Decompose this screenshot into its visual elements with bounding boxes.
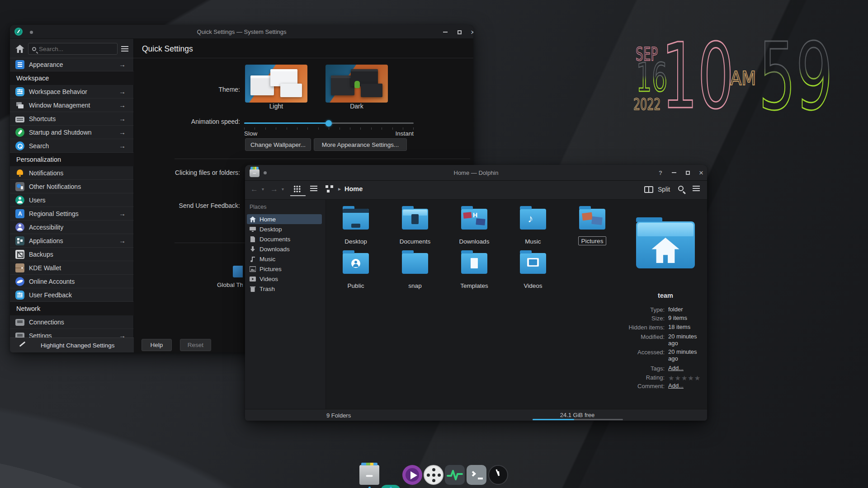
folder-label-focused[interactable]: Pictures (567, 238, 617, 244)
list-view-button[interactable] (310, 186, 317, 192)
theme-dark-thumbnail[interactable] (326, 65, 388, 103)
place-music[interactable]: Music (247, 254, 322, 264)
breadcrumb[interactable]: Home (344, 185, 363, 192)
slider-handle[interactable] (326, 120, 332, 127)
folder-label[interactable]: Templates (449, 282, 499, 289)
minimize-button[interactable] (669, 168, 679, 177)
download-icon (250, 246, 256, 252)
trash-icon (250, 286, 256, 292)
sidebar-item-shortcuts[interactable]: Shortcuts→ (10, 112, 134, 126)
sidebar-item-startup-shutdown[interactable]: Startup and Shutdown→ (10, 126, 134, 139)
folder-icon-snap[interactable] (402, 253, 428, 274)
folder-icon-desktop[interactable] (343, 209, 369, 230)
sidebar-item-user-feedback[interactable]: User Feedback (10, 288, 134, 302)
folder-label[interactable]: Documents (390, 238, 440, 245)
icons-view-button[interactable] (293, 185, 301, 192)
sidebar-item-search[interactable]: Search→ (10, 139, 134, 153)
chevron-right-icon: → (119, 237, 126, 244)
place-documents[interactable]: Documents (247, 234, 322, 244)
settings-search-box[interactable] (28, 43, 118, 55)
split-button[interactable]: Split (658, 186, 670, 193)
animation-speed-slider[interactable] (244, 120, 414, 127)
selected-item-name: team (624, 292, 707, 299)
theme-light-thumbnail[interactable] (245, 65, 307, 103)
folder-view[interactable]: Desktop Documents H Downloads ♪ Music Pi… (326, 200, 624, 409)
sidebar-item-accessibility[interactable]: Accessibility (10, 221, 134, 234)
sidebar-item-appearance[interactable]: Appearance→ (10, 58, 134, 71)
add-tags-link[interactable]: Add... (668, 365, 703, 372)
sidebar-item-backups[interactable]: Backups (10, 248, 134, 261)
maximize-button[interactable] (683, 168, 693, 177)
info-row-rating: Rating:★★★★★ (627, 374, 707, 382)
folder-label[interactable]: Desktop (331, 238, 381, 245)
desktop-icon (250, 226, 256, 232)
sidebar-item-connections[interactable]: Connections (10, 315, 134, 329)
add-comment-link[interactable]: Add... (668, 383, 703, 389)
sidebar-item-applications[interactable]: Applications→ (10, 234, 134, 248)
dolphin-titlebar[interactable]: Home — Dolphin ? × (245, 165, 707, 181)
dock-terminal-icon[interactable] (467, 465, 486, 485)
tree-view-button[interactable] (326, 185, 333, 192)
highlight-changed-settings-button[interactable]: Highlight Changed Settings (10, 338, 134, 352)
folder-icon-videos[interactable] (520, 253, 546, 274)
folder-icon-downloads[interactable]: H (461, 209, 487, 230)
forward-dropdown-icon[interactable]: ▾ (282, 187, 284, 192)
settings-titlebar[interactable]: Quick Settings — System Settings × (10, 25, 473, 39)
hamburger-menu-icon[interactable] (693, 186, 700, 191)
folder-label[interactable]: Public (331, 282, 381, 289)
close-button[interactable]: × (468, 28, 473, 37)
change-wallpaper-button[interactable]: Change Wallpaper... (245, 138, 311, 151)
split-icon[interactable] (644, 186, 653, 193)
place-home[interactable]: Home (247, 214, 322, 224)
rating-stars[interactable]: ★★★★★ (668, 374, 707, 382)
sidebar-item-kde-wallet[interactable]: KDE Wallet (10, 261, 134, 275)
minimize-button[interactable] (440, 28, 450, 37)
close-button[interactable]: × (696, 168, 706, 177)
forward-icon[interactable]: → (270, 185, 278, 194)
settings-search-input[interactable] (39, 46, 107, 52)
place-videos[interactable]: Videos (247, 274, 322, 284)
dock-media-player-icon[interactable] (402, 465, 422, 485)
dock-clock-icon[interactable] (488, 465, 508, 485)
reset-button[interactable]: Reset (180, 339, 211, 351)
folder-label[interactable]: Videos (508, 282, 558, 289)
sidebar-menu-button[interactable] (121, 45, 128, 53)
more-appearance-settings-button[interactable]: More Appearance Settings... (314, 138, 407, 151)
folder-icon-documents[interactable] (402, 209, 428, 230)
back-dropdown-icon[interactable]: ▾ (262, 187, 264, 192)
folder-label[interactable]: snap (390, 282, 440, 289)
folder-label[interactable]: Downloads (449, 238, 499, 245)
sidebar-item-window-management[interactable]: Window Management→ (10, 99, 134, 112)
clock-year: 2022 (633, 95, 660, 113)
sidebar-item-notifications[interactable]: Notifications (10, 166, 134, 180)
dolphin-toolbar: ← ▾ → ▾ ▸ Home Split (245, 181, 707, 200)
folder-icon-pictures[interactable] (579, 209, 605, 230)
sidebar-item-users[interactable]: Users (10, 193, 134, 207)
home-button[interactable] (15, 45, 24, 53)
dock-system-monitor-icon[interactable] (445, 465, 465, 485)
maximize-button[interactable] (454, 28, 464, 37)
help-button[interactable]: ? (656, 168, 665, 177)
slider-ticks (244, 127, 414, 130)
folder-label[interactable]: Music (508, 238, 558, 245)
dock-video-reel-icon[interactable] (424, 465, 443, 485)
place-pictures[interactable]: Pictures (247, 264, 322, 274)
place-downloads[interactable]: Downloads (247, 244, 322, 254)
place-desktop[interactable]: Desktop (247, 224, 322, 234)
folder-icon-templates[interactable] (461, 253, 487, 274)
sidebar-item-regional-settings[interactable]: Regional Settings→ (10, 207, 134, 221)
help-button[interactable]: Help (142, 339, 172, 351)
global-theme-icon[interactable] (233, 266, 243, 277)
sidebar-header-workspace: Workspace (10, 71, 134, 85)
wallet-icon (15, 263, 24, 272)
place-trash[interactable]: Trash (247, 284, 322, 294)
sidebar-item-workspace-behavior[interactable]: Workspace Behavior→ (10, 85, 134, 99)
home-icon (250, 216, 256, 222)
dock-dolphin-icon[interactable] (359, 465, 379, 485)
folder-icon-public[interactable] (343, 253, 369, 274)
sidebar-item-other-notifications[interactable]: Other Notifications (10, 180, 134, 193)
folder-icon-music[interactable]: ♪ (520, 209, 546, 230)
back-icon[interactable]: ← (250, 185, 258, 194)
sidebar-item-online-accounts[interactable]: Online Accounts (10, 275, 134, 288)
search-icon[interactable] (678, 186, 684, 191)
